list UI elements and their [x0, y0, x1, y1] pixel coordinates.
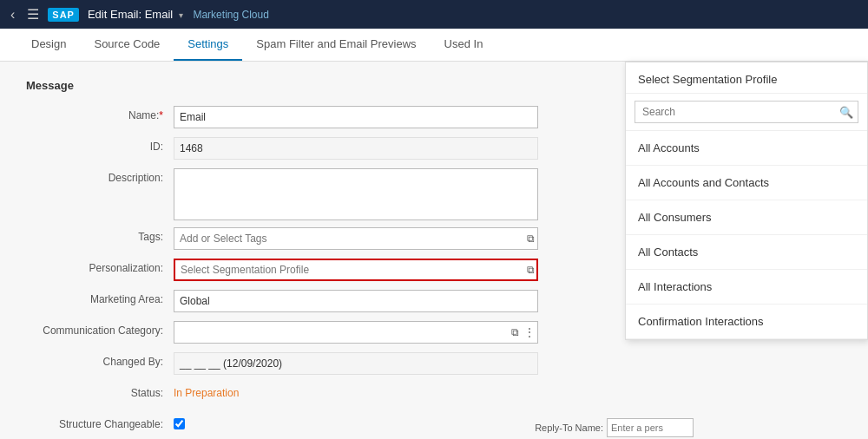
- name-required: *: [159, 109, 163, 121]
- back-button[interactable]: ‹: [7, 7, 18, 23]
- page-title: Edit Email: Email ▾ Marketing Cloud: [88, 8, 269, 21]
- top-bar: ‹ ☰ SAP Edit Email: Email ▾ Marketing Cl…: [0, 0, 868, 29]
- comm-category-label: Communication Category:: [26, 321, 174, 337]
- comm-category-link-button[interactable]: ⧉: [511, 326, 519, 338]
- sap-logo: SAP: [48, 8, 79, 22]
- dropdown-item-all-contacts[interactable]: All Contacts: [626, 235, 867, 270]
- marketing-area-label: Marketing Area:: [26, 290, 174, 305]
- changed-by-field-group: Changed By: __ __ __ (12/09/2020): [26, 352, 842, 377]
- marketing-area-input[interactable]: [174, 290, 538, 312]
- tab-settings[interactable]: Settings: [174, 29, 242, 61]
- tab-used-in[interactable]: Used In: [431, 29, 497, 61]
- reply-to-name-row: Reply-To Name:: [525, 418, 612, 437]
- comm-category-input[interactable]: [174, 321, 538, 344]
- comm-category-input-wrapper: ⧉ ⋮: [174, 321, 538, 344]
- dropdown-items-list: All Accounts All Accounts and Contacts A…: [626, 131, 867, 339]
- structure-changeable-label: Structure Changeable:: [26, 415, 174, 430]
- structure-changeable-checkbox[interactable]: [174, 418, 185, 429]
- tags-input-wrapper: ⧉: [174, 227, 538, 250]
- status-value: In Preparation: [174, 383, 239, 399]
- changed-by-label: Changed By:: [26, 352, 174, 368]
- id-label: ID:: [26, 137, 174, 153]
- tags-input[interactable]: [174, 227, 538, 250]
- edit-title: Edit Email: Email: [88, 8, 173, 21]
- tags-label: Tags:: [26, 227, 174, 243]
- personalization-label: Personalization:: [26, 259, 174, 274]
- personalization-input[interactable]: [174, 259, 538, 281]
- id-input: [174, 137, 538, 160]
- comm-category-more-button[interactable]: ⋮: [524, 326, 535, 338]
- dropdown-item-all-interactions[interactable]: All Interactions: [626, 270, 867, 305]
- name-label: Name:*: [26, 106, 174, 121]
- segmentation-profile-dropdown: Select Segmentation Profile 🔍 All Accoun…: [625, 62, 868, 340]
- dropdown-item-all-consumers[interactable]: All Consumers: [626, 200, 867, 235]
- app-name: Marketing Cloud: [193, 9, 268, 21]
- tags-external-link-button[interactable]: ⧉: [527, 233, 535, 245]
- menu-button[interactable]: ☰: [27, 6, 39, 23]
- name-input[interactable]: [174, 106, 538, 128]
- reply-to-name-label: Reply-To Name:: [525, 423, 603, 433]
- status-label: Status:: [26, 383, 174, 399]
- tab-source-code[interactable]: Source Code: [80, 29, 174, 61]
- search-icon: 🔍: [839, 106, 853, 119]
- reply-to-name-input[interactable]: [607, 418, 694, 437]
- dropdown-item-all-accounts[interactable]: All Accounts: [626, 131, 867, 166]
- reply-to-fields: Reply-To Name: Reply-To Address:: [516, 411, 621, 439]
- personalization-link-button[interactable]: ⧉: [527, 264, 535, 276]
- main-content: Message Name:* ID: Description: Tags: ⧉: [0, 62, 868, 439]
- personalization-input-wrapper: ⧉: [174, 259, 538, 281]
- dropdown-item-all-accounts-contacts[interactable]: All Accounts and Contacts: [626, 166, 867, 200]
- dropdown-search-input[interactable]: [635, 101, 858, 123]
- title-dropdown-arrow[interactable]: ▾: [179, 10, 183, 20]
- dropdown-item-confirmation-interactions[interactable]: Confirmation Interactions: [626, 305, 867, 339]
- tabs-bar: Design Source Code Settings Spam Filter …: [0, 29, 868, 62]
- dropdown-title: Select Segmentation Profile: [626, 62, 867, 94]
- description-textarea[interactable]: [174, 168, 538, 220]
- changed-by-value: __ __ __ (12/09/2020): [174, 352, 538, 375]
- description-label: Description:: [26, 168, 174, 184]
- tab-spam-filter[interactable]: Spam Filter and Email Previews: [242, 29, 430, 61]
- dropdown-search-area: 🔍: [626, 94, 867, 131]
- structure-changeable-group: Structure Changeable:: [26, 415, 842, 439]
- status-field-group: Status: In Preparation: [26, 383, 842, 408]
- tab-design[interactable]: Design: [17, 29, 80, 61]
